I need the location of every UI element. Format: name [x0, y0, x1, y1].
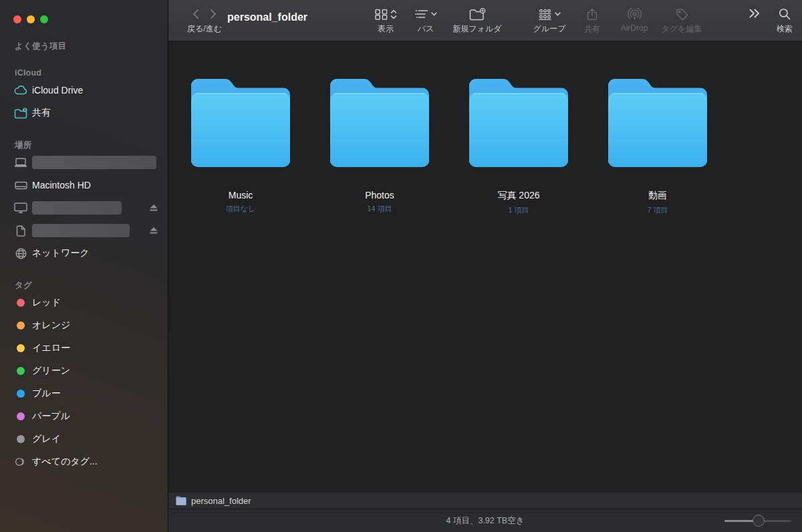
search-button[interactable]: 検索	[748, 5, 802, 35]
folder-name: Photos	[365, 190, 394, 201]
finder-window: よく使う項目 iCloud iCloud Drive 共有 場所	[0, 0, 802, 532]
sidebar: よく使う項目 iCloud iCloud Drive 共有 場所	[0, 0, 168, 532]
window-title: personal_folder	[227, 11, 307, 23]
sidebar-tag-red[interactable]: レッド	[0, 291, 168, 314]
sidebar-tag-orange[interactable]: オレンジ	[0, 314, 168, 337]
sidebar-item-icloud-drive[interactable]: iCloud Drive	[0, 79, 168, 102]
folder-music[interactable]: Music 項目なし	[190, 75, 291, 214]
slider-knob[interactable]	[753, 515, 765, 527]
sidebar-section-icloud: iCloud	[0, 67, 168, 79]
minimize-window-button[interactable]	[27, 15, 35, 23]
folder-name: 写真 2026	[497, 190, 539, 202]
tag-label: グレイ	[32, 433, 61, 445]
folder-icon	[468, 75, 569, 168]
laptop-icon	[13, 158, 28, 168]
toolbar: 戻る/進む personal_folder 表示	[168, 0, 802, 41]
icloud-drive-icon	[13, 86, 28, 95]
sidebar-item-macintosh-hd[interactable]: Macintosh HD	[0, 174, 168, 196]
internal-drive-icon	[13, 180, 28, 190]
sidebar-tag-green[interactable]: グリーン	[0, 360, 168, 382]
sidebar-tag-purple[interactable]: パープル	[0, 405, 168, 428]
path-folder-icon	[176, 496, 186, 505]
group-by-icon	[538, 9, 552, 20]
all-tags-icon	[13, 457, 28, 467]
redacted-volume-name	[32, 224, 130, 237]
close-window-button[interactable]	[13, 15, 21, 23]
folder-item-count: 7 項目	[647, 205, 668, 215]
sidebar-item-label: Macintosh HD	[32, 180, 91, 190]
forward-button[interactable]	[210, 9, 217, 19]
folder-icon	[607, 75, 708, 168]
folder-icon	[190, 75, 291, 168]
folder-icon	[329, 75, 430, 168]
folder-name: Music	[229, 190, 253, 201]
folder-videos[interactable]: 動画 7 項目	[607, 75, 708, 215]
sidebar-item-label: iCloud Drive	[32, 85, 83, 96]
sidebar-item-network[interactable]: ネットワーク	[0, 242, 168, 265]
tag-dot-red	[17, 299, 25, 307]
sidebar-section-tags: タグ	[0, 279, 168, 291]
sidebar-item-label: 共有	[32, 107, 51, 119]
folder-photos[interactable]: Photos 14 項目	[329, 75, 430, 214]
tag-label: イエロー	[32, 342, 70, 354]
back-button[interactable]	[192, 9, 199, 19]
tag-label: グリーン	[32, 365, 70, 377]
back-forward-label: 戻る/進む	[187, 23, 222, 35]
sidebar-item-document-redacted[interactable]	[0, 219, 168, 242]
airdrop-icon	[628, 8, 642, 21]
eject-icon[interactable]	[149, 227, 158, 235]
share-icon	[587, 8, 597, 21]
folder-name: 動画	[648, 190, 667, 202]
airdrop-button-label: AirDrop	[621, 23, 648, 33]
sidebar-item-label: すべてのタグ...	[32, 456, 98, 468]
tag-label: パープル	[32, 410, 70, 422]
folder-contents: Music 項目なし Photos 14 項目 写真 2026 1 項目	[168, 41, 802, 492]
sidebar-tag-yellow[interactable]: イエロー	[0, 337, 168, 360]
path-bar-item[interactable]: personal_folder	[191, 496, 251, 506]
tag-label: オレンジ	[32, 319, 70, 331]
new-folder-icon	[469, 8, 486, 21]
path-bar: personal_folder	[168, 492, 802, 509]
sidebar-tag-blue[interactable]: ブルー	[0, 382, 168, 405]
folder-item-count: 項目なし	[226, 204, 256, 214]
folder-item-count: 14 項目	[367, 204, 392, 214]
grid-view-icon	[375, 9, 388, 20]
folder-photos-2026[interactable]: 写真 2026 1 項目	[468, 75, 569, 215]
document-icon	[13, 225, 28, 237]
sidebar-item-display-redacted[interactable]	[0, 196, 168, 219]
tag-icon	[676, 8, 688, 21]
sidebar-item-shared[interactable]: 共有	[0, 102, 168, 124]
window-controls	[13, 15, 48, 23]
redacted-volume-name	[32, 201, 122, 215]
folder-item-count: 1 項目	[508, 205, 529, 215]
tag-dot-orange	[17, 321, 25, 329]
back-forward-group: 戻る/進む	[179, 5, 230, 35]
eject-icon[interactable]	[149, 204, 158, 212]
zoom-window-button[interactable]	[40, 15, 48, 23]
edit-tags-button: タグを編集	[645, 5, 718, 35]
sidebar-section-favorites: よく使う項目	[0, 40, 168, 52]
sidebar-item-all-tags[interactable]: すべてのタグ...	[0, 450, 168, 473]
edit-tags-button-label: タグを編集	[662, 23, 702, 35]
tag-dot-purple	[17, 412, 25, 420]
tag-label: レッド	[32, 297, 61, 309]
status-bar: 4 項目、3.92 TB空き	[168, 509, 802, 532]
redacted-device-name	[32, 156, 156, 169]
network-globe-icon	[13, 248, 28, 259]
new-folder-button[interactable]: 新規フォルダ	[440, 5, 514, 35]
icon-size-slider[interactable]	[724, 514, 791, 527]
display-icon	[13, 203, 28, 213]
search-icon	[779, 8, 791, 20]
status-text: 4 項目、3.92 TB空き	[446, 515, 525, 527]
path-list-icon	[415, 9, 428, 19]
sidebar-item-laptop-redacted[interactable]	[0, 151, 168, 174]
path-button-label: パス	[418, 23, 434, 35]
search-button-label: 検索	[777, 23, 793, 35]
tag-dot-gray	[17, 435, 25, 443]
shared-folder-icon	[13, 108, 28, 119]
sidebar-tag-gray[interactable]: グレイ	[0, 428, 168, 450]
tag-label: ブルー	[32, 388, 61, 400]
sidebar-section-locations: 場所	[0, 139, 168, 151]
tag-dot-blue	[17, 390, 25, 398]
new-folder-label: 新規フォルダ	[452, 23, 501, 35]
